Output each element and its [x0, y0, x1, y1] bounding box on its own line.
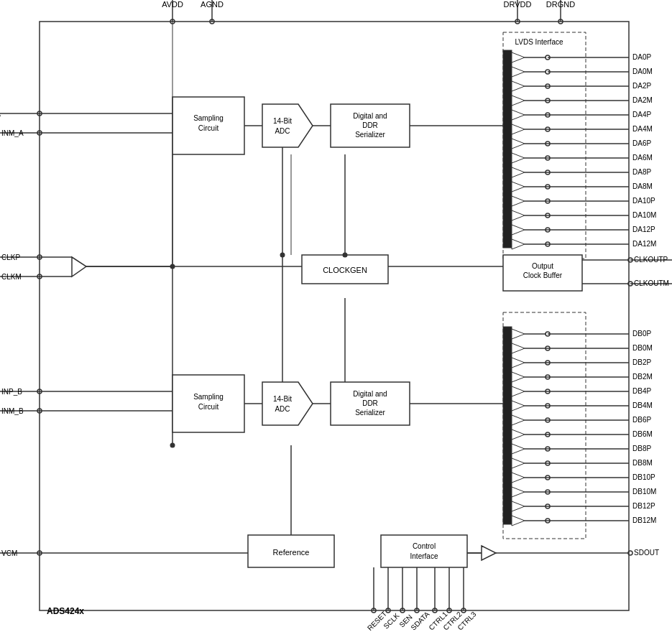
svg-text:Circuit: Circuit [198, 124, 219, 132]
svg-rect-216 [381, 535, 467, 567]
svg-text:Serializer: Serializer [355, 409, 385, 417]
svg-text:DA10P: DA10P [632, 197, 655, 205]
svg-text:DB2P: DB2P [632, 358, 651, 366]
svg-point-248 [280, 253, 285, 258]
svg-rect-0 [0, 0, 672, 632]
svg-text:DB4P: DB4P [632, 387, 651, 395]
svg-text:INM_B: INM_B [1, 407, 24, 415]
svg-text:DB0P: DB0P [632, 330, 651, 338]
svg-text:DDR: DDR [362, 399, 378, 407]
svg-text:DB12M: DB12M [632, 516, 656, 524]
svg-text:DB8P: DB8P [632, 445, 651, 452]
svg-text:DA4M: DA4M [632, 125, 653, 133]
svg-text:Reference: Reference [273, 548, 310, 557]
svg-text:DB10P: DB10P [632, 473, 655, 481]
svg-text:DRGND: DRGND [546, 0, 575, 9]
svg-point-123 [170, 443, 175, 448]
svg-text:SDOUT: SDOUT [634, 549, 659, 557]
svg-text:CLKOUTP: CLKOUTP [634, 256, 668, 264]
svg-text:VCM: VCM [1, 549, 17, 557]
svg-text:INM_A: INM_A [1, 129, 24, 137]
svg-text:DA6P: DA6P [632, 139, 651, 147]
svg-text:14-Bit: 14-Bit [273, 117, 292, 125]
svg-text:DB6M: DB6M [632, 430, 653, 438]
svg-point-126 [343, 253, 348, 258]
svg-text:DA8P: DA8P [632, 168, 651, 176]
svg-text:DA8M: DA8M [632, 182, 653, 190]
block-diagram: AVDD AGND DRVDD DRGND LVDS Interface INP… [0, 0, 672, 632]
svg-text:Sampling: Sampling [193, 393, 224, 401]
svg-text:DA6M: DA6M [632, 154, 653, 162]
svg-text:DA12M: DA12M [632, 240, 656, 248]
svg-text:CLOCKGEN: CLOCKGEN [323, 266, 367, 274]
svg-rect-52 [503, 50, 512, 248]
svg-text:ADC: ADC [275, 405, 290, 413]
svg-text:AVDD: AVDD [162, 0, 183, 9]
svg-text:Sampling: Sampling [193, 114, 224, 122]
svg-text:Output: Output [532, 262, 553, 270]
svg-text:Digital and: Digital and [353, 112, 387, 120]
svg-text:Digital and: Digital and [353, 390, 387, 398]
svg-text:ADS424x: ADS424x [47, 606, 84, 616]
svg-text:LVDS Interface: LVDS Interface [515, 38, 563, 46]
svg-text:Serializer: Serializer [355, 131, 385, 139]
svg-text:AGND: AGND [201, 0, 224, 9]
svg-text:DA0M: DA0M [632, 68, 653, 75]
svg-text:DB10M: DB10M [632, 488, 656, 496]
svg-text:DB6P: DB6P [632, 416, 651, 424]
svg-text:INP_B: INP_B [1, 388, 22, 396]
svg-text:DDR: DDR [362, 121, 378, 129]
svg-text:DRVDD: DRVDD [504, 0, 532, 9]
svg-rect-154 [503, 327, 512, 524]
svg-text:14-Bit: 14-Bit [273, 395, 292, 403]
svg-text:DA2P: DA2P [632, 82, 651, 90]
svg-text:Control: Control [413, 542, 436, 550]
svg-text:DB8M: DB8M [632, 459, 653, 467]
svg-text:DA0P: DA0P [632, 53, 651, 61]
svg-text:DB4M: DB4M [632, 401, 653, 409]
svg-text:DB0M: DB0M [632, 344, 653, 352]
svg-text:Interface: Interface [410, 552, 438, 560]
svg-text:DA10M: DA10M [632, 211, 656, 219]
svg-text:DA4P: DA4P [632, 111, 651, 118]
svg-text:ADC: ADC [275, 127, 290, 135]
svg-text:DA2M: DA2M [632, 96, 653, 104]
svg-text:DA12P: DA12P [632, 226, 655, 233]
svg-text:Circuit: Circuit [198, 403, 219, 411]
svg-text:DB12P: DB12P [632, 502, 655, 510]
svg-text:CLKOUTM: CLKOUTM [634, 279, 669, 287]
svg-text:CLKM: CLKM [1, 273, 22, 281]
svg-text:Clock Buffer: Clock Buffer [523, 271, 563, 279]
svg-text:DB2M: DB2M [632, 373, 653, 381]
svg-text:CLKP: CLKP [1, 254, 20, 261]
